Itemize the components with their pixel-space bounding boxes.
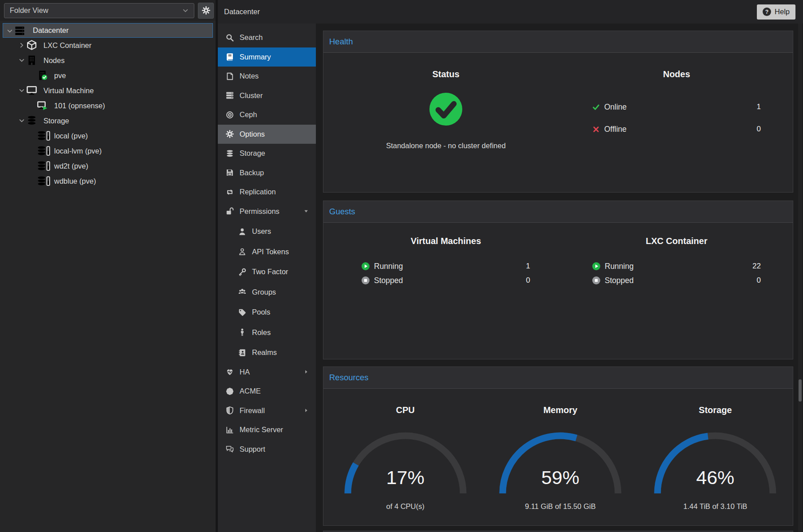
- unlock-icon: [226, 207, 234, 215]
- menu-item-api-tokens[interactable]: API Tokens: [218, 242, 316, 262]
- tree-header: Folder View: [0, 0, 216, 21]
- storage-heading: Storage: [638, 405, 793, 415]
- tree-item-datacenter[interactable]: Datacenter: [3, 23, 213, 38]
- view-mode-value: Folder View: [10, 6, 48, 15]
- tree-settings-button[interactable]: [198, 3, 214, 19]
- menu-item-replication[interactable]: Replication: [218, 182, 316, 202]
- menu-item-label: ACME: [240, 387, 261, 395]
- stop-circle-icon: [592, 276, 600, 284]
- help-button[interactable]: Help: [757, 4, 795, 20]
- menu-item-acme[interactable]: ACME: [218, 382, 316, 401]
- lxc-stopped-count: 0: [757, 276, 761, 285]
- memory-sub-label: 9.11 GiB of 15.50 GiB: [483, 502, 638, 511]
- chevron-down-icon[interactable]: [7, 28, 13, 34]
- chevron-down-icon[interactable]: [19, 118, 25, 124]
- memory-percent: 59%: [489, 467, 631, 489]
- menu-item-firewall[interactable]: Firewall: [218, 401, 316, 421]
- chevron-right-icon[interactable]: [19, 42, 25, 48]
- guests-vm-column: Virtual Machines Running 1 Stopped: [331, 223, 561, 286]
- tree-item-label: 101 (opnsense): [0, 102, 105, 110]
- menu-item-label: Support: [240, 445, 265, 453]
- tree-item-storage-local-lvm[interactable]: local-lvm (pve): [0, 143, 216, 158]
- tree-item-label: Datacenter: [3, 26, 69, 35]
- tree-item-pve[interactable]: pve: [0, 68, 216, 83]
- menu-item-label: Storage: [240, 149, 265, 158]
- menu-item-two-factor[interactable]: Two Factor: [218, 262, 316, 282]
- retweet-icon: [226, 188, 234, 196]
- cpu-sub-label: of 4 CPU(s): [328, 502, 483, 511]
- floppy-icon: [226, 169, 234, 177]
- tree-item-storage-local[interactable]: local (pve): [0, 128, 216, 143]
- resource-tree: Datacenter LXC Container Nodes pve Virtu…: [0, 21, 216, 189]
- menu-item-notes[interactable]: Notes: [218, 67, 316, 86]
- cube-icon: [27, 40, 37, 50]
- menu-item-label: Two Factor: [252, 268, 288, 276]
- menu-item-label: Permissions: [240, 207, 279, 216]
- menu-item-groups[interactable]: Groups: [218, 283, 316, 302]
- seal-icon: [226, 387, 234, 395]
- database-usage-icon: [37, 176, 51, 186]
- key-icon: [238, 268, 246, 276]
- gear-icon: [226, 130, 234, 138]
- vm-running-count: 1: [526, 262, 530, 271]
- content-scrollbar[interactable]: [798, 24, 802, 532]
- menu-item-search[interactable]: Search: [218, 28, 316, 47]
- menu-item-roles[interactable]: Roles: [218, 323, 316, 343]
- menu-item-label: Search: [240, 33, 263, 42]
- users-icon: [238, 288, 246, 296]
- caret-right-icon: [303, 369, 309, 374]
- menu-item-pools[interactable]: Pools: [218, 303, 316, 322]
- menu-item-options[interactable]: Options: [218, 125, 316, 144]
- tag-icon: [238, 308, 246, 316]
- status-heading: Status: [331, 69, 561, 79]
- guests-panel: Guests Virtual Machines Running 1: [323, 201, 793, 359]
- menu-item-label: Metric Server: [240, 426, 283, 434]
- menu-item-ha[interactable]: HA: [218, 363, 316, 382]
- menu-item-storage[interactable]: Storage: [218, 144, 316, 163]
- cpu-gauge: 17%: [335, 423, 476, 501]
- guests-lxc-column: LXC Container Running 22 Stopped: [561, 223, 792, 286]
- menu-item-realms[interactable]: Realms: [218, 343, 316, 363]
- tree-item-storage-wdblue[interactable]: wdblue (pve): [0, 173, 216, 189]
- heartbeat-icon: [226, 368, 234, 376]
- row-label: Offline: [604, 125, 626, 134]
- nodes-offline-row: Offline 0: [592, 124, 761, 134]
- tree-item-vm-101[interactable]: 101 (opnsense): [0, 98, 216, 113]
- menu-item-support[interactable]: Support: [218, 440, 316, 459]
- tree-item-storage-wd2t[interactable]: wd2t (pve): [0, 158, 216, 173]
- storage-percent: 46%: [644, 467, 786, 489]
- menu-item-permissions[interactable]: Permissions: [218, 202, 316, 221]
- menu-item-metric-server[interactable]: Metric Server: [218, 420, 316, 440]
- menu-item-label: Replication: [240, 188, 276, 196]
- tree-item-virtual-machine[interactable]: Virtual Machine: [0, 83, 216, 98]
- scrollbar-thumb[interactable]: [799, 379, 802, 402]
- chevron-down-icon[interactable]: [19, 87, 25, 94]
- menu-item-summary[interactable]: Summary: [218, 47, 316, 67]
- database-usage-icon: [37, 161, 51, 171]
- menu-item-backup[interactable]: Backup: [218, 163, 316, 183]
- comments-icon: [226, 445, 234, 453]
- building-check-icon: [37, 70, 47, 80]
- gear-icon: [202, 6, 210, 15]
- page-title: Datacenter: [224, 8, 260, 16]
- monitor-play-icon: [37, 100, 47, 110]
- menu-item-label: Firewall: [240, 406, 265, 415]
- resources-panel: Resources CPU 17% of 4 CPU(s) Memory: [323, 366, 793, 526]
- view-mode-select[interactable]: Folder View: [4, 3, 194, 18]
- vm-stopped-row: Stopped 0: [362, 275, 530, 286]
- storage-sub-label: 1.44 TiB of 3.10 TiB: [638, 502, 793, 511]
- vm-stopped-count: 0: [526, 276, 530, 285]
- chevron-down-icon[interactable]: [19, 57, 25, 63]
- row-label: Running: [605, 262, 634, 271]
- menu-item-cluster[interactable]: Cluster: [218, 86, 316, 106]
- caret-right-icon: [303, 408, 309, 413]
- health-status-column: Status Standalone node - no cluster defi…: [331, 53, 561, 150]
- tree-item-nodes[interactable]: Nodes: [0, 53, 216, 68]
- tree-item-storage[interactable]: Storage: [0, 113, 216, 128]
- note-icon: [226, 72, 234, 80]
- menu-item-ceph[interactable]: Ceph: [218, 105, 316, 125]
- menu-item-users[interactable]: Users: [218, 222, 316, 241]
- question-circle-icon: [763, 8, 771, 16]
- tree-item-lxc-container[interactable]: LXC Container: [0, 38, 216, 53]
- health-panel-title: Health: [323, 31, 793, 53]
